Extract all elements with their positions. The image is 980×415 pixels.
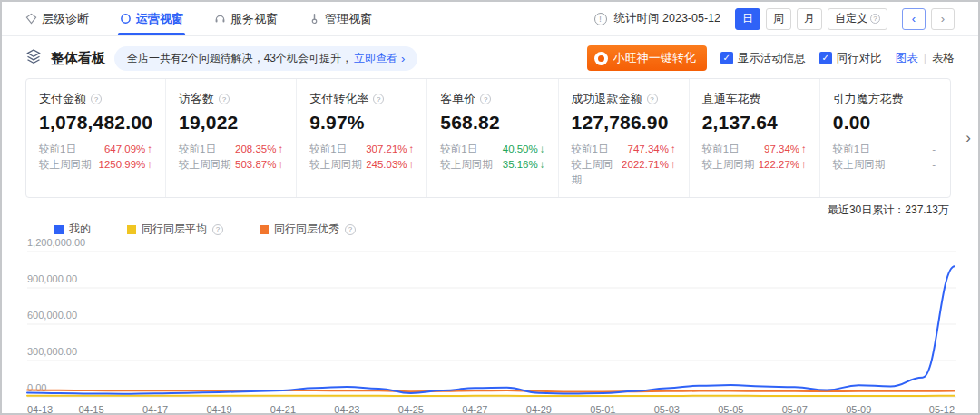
notice-text: 全店一共有2个问题待解决，43个机会可提升， <box>127 51 352 66</box>
target-circle-icon <box>120 13 132 25</box>
arrow-icon: ↑ <box>147 159 152 170</box>
svg-text:05-09: 05-09 <box>846 404 871 415</box>
delta-vs-last-week: 2022.71%↑ <box>622 157 676 188</box>
legend-swatch <box>54 225 64 234</box>
tab-label: 层级诊断 <box>42 11 89 27</box>
delta-vs-last-week: 122.27%↑ <box>759 157 807 173</box>
checkbox-show-activity[interactable]: ✓ 显示活动信息 <box>720 51 806 66</box>
arrow-icon: ↑ <box>671 143 676 154</box>
svg-text:04-13: 04-13 <box>27 404 53 415</box>
wangshen-convert-button[interactable]: 小旺神一键转化 <box>587 45 707 71</box>
view-chart-link[interactable]: 图表 <box>896 51 918 66</box>
arrow-icon: ↑ <box>801 143 807 154</box>
metric-value: 2,137.64 <box>702 112 807 133</box>
metric-value: 1,078,482.00 <box>39 112 152 133</box>
legend-item-mine[interactable]: 我的 <box>54 222 91 237</box>
svg-text:05-12: 05-12 <box>929 404 955 415</box>
help-icon[interactable]: ? <box>480 94 491 104</box>
svg-text:300,000.00: 300,000.00 <box>27 346 77 357</box>
chevron-left-icon: ‹ <box>912 12 916 25</box>
topbar-controls: ! 统计时间 2023-05-12 日 周 月 自定义 ? ‹ › <box>594 2 955 35</box>
header-controls: 小旺神一键转化 ✓ 显示活动信息 ✓ 同行对比 图表 | 表格 <box>587 45 955 71</box>
legend-item-peer-excellent[interactable]: 同行同层优秀 ? <box>260 222 356 237</box>
svg-text:04-25: 04-25 <box>398 404 424 415</box>
delta-vs-last-week: - <box>932 157 937 173</box>
dashboard-page: 层级诊断 运营视窗 服务视窗 管理视窗 ! <box>0 0 980 415</box>
notice-view-now-link[interactable]: 立即查看 <box>354 51 397 66</box>
checkbox-checked-icon: ✓ <box>720 52 733 64</box>
thermometer-icon <box>309 13 320 25</box>
view-tabs: 层级诊断 运营视窗 服务视窗 管理视窗 <box>25 2 372 35</box>
metric-value: 568.82 <box>440 112 544 133</box>
chevron-right-icon: › <box>401 52 405 65</box>
legend-swatch <box>260 225 269 234</box>
delta-vs-prev-day: 97.34%↑ <box>764 142 807 157</box>
metric-value: 19,022 <box>179 112 283 133</box>
delta-vs-last-week: 1250.99%↑ <box>98 157 152 173</box>
arrow-icon: ↑ <box>278 143 283 154</box>
svg-text:04-21: 04-21 <box>270 404 296 415</box>
help-icon[interactable]: ? <box>219 94 230 104</box>
chart-legend: 我的 同行同层平均 ? 同行同层优秀 ? <box>2 218 978 237</box>
metric-value: 9.97% <box>309 112 414 133</box>
period-month-button[interactable]: 月 <box>797 8 822 30</box>
period-week-button[interactable]: 周 <box>766 8 791 30</box>
metric-cards: 支付金额? 1,078,482.00 较前1日647.09%↑ 较上周同期125… <box>25 78 951 198</box>
section-header: 整体看板 全店一共有2个问题待解决，43个机会可提升， 立即查看 › 小旺神一键… <box>2 36 978 76</box>
chevron-right-icon: › <box>941 12 945 25</box>
tab-label: 运营视窗 <box>136 11 183 27</box>
tab-management-view[interactable]: 管理视窗 <box>309 2 372 35</box>
delta-vs-last-week: 245.03%↑ <box>366 157 414 173</box>
arrow-icon: ↑ <box>409 143 415 154</box>
help-icon[interactable]: ? <box>345 224 356 235</box>
metric-card-refund-amount[interactable]: 成功退款金额? 127,786.90 较前1日747.34%↑ 较上周同期202… <box>559 79 690 197</box>
svg-text:05-07: 05-07 <box>782 404 808 415</box>
diamond-icon <box>25 13 37 25</box>
cards-scroll-right-button[interactable]: › <box>965 129 971 147</box>
tab-label: 管理视窗 <box>325 11 372 27</box>
date-next-button[interactable]: › <box>931 8 955 30</box>
arrow-icon: ↓ <box>540 159 545 170</box>
layers-icon <box>25 48 42 68</box>
legend-item-peer-average[interactable]: 同行同层平均 ? <box>127 222 223 237</box>
delta-vs-last-week: 503.87%↑ <box>235 157 283 173</box>
arrow-icon: ↑ <box>409 159 415 170</box>
svg-text:05-01: 05-01 <box>590 404 615 415</box>
legend-swatch <box>127 225 136 234</box>
trend-chart-area: 0.00300,000.00600,000.00900,000.001,200,… <box>2 237 978 415</box>
metric-card-avg-order-value[interactable]: 客单价? 568.82 较前1日40.50%↓ 较上周同期35.16%↓ <box>427 79 558 197</box>
headset-icon <box>214 13 226 25</box>
tab-operation-view[interactable]: 运营视窗 <box>120 2 183 35</box>
svg-text:04-27: 04-27 <box>462 404 487 415</box>
metric-card-ztc-spend[interactable]: 直通车花费 2,137.64 较前1日97.34%↑ 较上周同期122.27%↑ <box>690 79 820 197</box>
view-table-link[interactable]: 表格 <box>932 51 955 66</box>
svg-text:1,200,000.00: 1,200,000.00 <box>27 239 85 248</box>
svg-text:04-23: 04-23 <box>334 404 359 415</box>
help-icon[interactable]: ? <box>91 94 102 104</box>
arrow-icon: ↑ <box>147 143 152 154</box>
stat-time-label: 统计时间 2023-05-12 <box>614 11 720 26</box>
metric-card-ylmf-spend[interactable]: 引力魔方花费 0.00 较前1日- 较上周同期- <box>820 79 950 197</box>
delta-vs-last-week: 35.16%↓ <box>503 157 545 173</box>
delta-vs-prev-day: 307.21%↑ <box>366 142 414 157</box>
help-icon[interactable]: ? <box>212 224 223 235</box>
delta-vs-prev-day: 40.50%↓ <box>503 142 545 157</box>
tab-service-view[interactable]: 服务视窗 <box>214 2 278 35</box>
svg-text:04-17: 04-17 <box>142 404 168 415</box>
period-custom-button[interactable]: 自定义 ? <box>828 8 887 30</box>
checkbox-peer-compare[interactable]: ✓ 同行对比 <box>819 51 882 66</box>
tab-level-diagnosis[interactable]: 层级诊断 <box>25 2 89 35</box>
metric-card-visitors[interactable]: 访客数? 19,022 较前1日208.35%↑ 较上周同期503.87%↑ <box>166 79 297 197</box>
svg-text:05-03: 05-03 <box>654 404 680 415</box>
metric-card-payment-amount[interactable]: 支付金额? 1,078,482.00 较前1日647.09%↑ 较上周同期125… <box>26 79 166 197</box>
metric-card-conversion-rate[interactable]: 支付转化率? 9.97% 较前1日307.21%↑ 较上周同期245.03%↑ <box>297 79 427 197</box>
topbar: 层级诊断 运营视窗 服务视窗 管理视窗 ! <box>2 2 978 36</box>
help-icon[interactable]: ? <box>647 94 658 104</box>
checkbox-checked-icon: ✓ <box>819 52 832 64</box>
period-day-button[interactable]: 日 <box>735 8 760 30</box>
trend-line-chart: 0.00300,000.00600,000.00900,000.001,200,… <box>25 239 955 415</box>
page-title: 整体看板 <box>51 50 105 67</box>
date-prev-button[interactable]: ‹ <box>902 8 926 30</box>
stat-time-info-icon: ! <box>594 13 607 25</box>
help-icon[interactable]: ? <box>373 94 384 104</box>
